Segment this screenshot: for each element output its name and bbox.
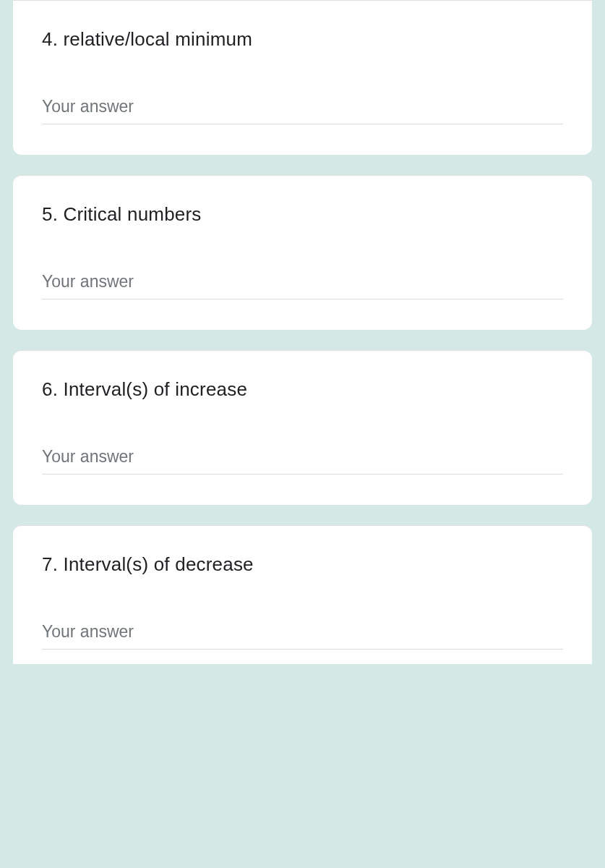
- answer-input-7[interactable]: [42, 618, 563, 650]
- question-title: 7. Interval(s) of decrease: [42, 553, 563, 576]
- question-card-4: 4. relative/local minimum: [13, 0, 592, 155]
- question-title: 5. Critical numbers: [42, 203, 563, 226]
- answer-input-4[interactable]: [42, 93, 563, 124]
- question-title: 4. relative/local minimum: [42, 28, 563, 51]
- answer-input-6[interactable]: [42, 443, 563, 475]
- form-container: 4. relative/local minimum 5. Critical nu…: [0, 0, 605, 664]
- question-title: 6. Interval(s) of increase: [42, 378, 563, 401]
- answer-input-5[interactable]: [42, 268, 563, 299]
- question-card-5: 5. Critical numbers: [13, 175, 592, 330]
- question-card-6: 6. Interval(s) of increase: [13, 350, 592, 505]
- question-card-7: 7. Interval(s) of decrease: [13, 525, 592, 664]
